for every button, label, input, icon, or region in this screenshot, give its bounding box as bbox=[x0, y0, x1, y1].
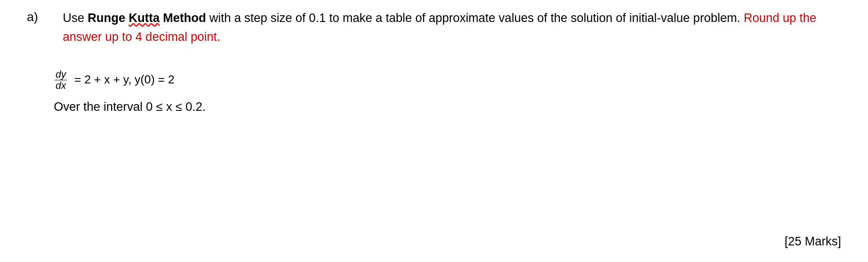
intro-part2: with a step size of 0.1 to make a table … bbox=[206, 11, 741, 25]
interval-text: Over the interval 0 ≤ x ≤ 0.2. bbox=[54, 100, 841, 114]
page-container: a) Use Runge Kutta Method with a step si… bbox=[0, 0, 868, 262]
question-label: a) bbox=[27, 9, 63, 24]
marks-block: [25 Marks] bbox=[785, 235, 841, 249]
bold-method: Method bbox=[160, 11, 206, 25]
bold-runge: Runge bbox=[88, 11, 129, 25]
numerator: dy bbox=[55, 69, 67, 80]
denominator: dx bbox=[55, 80, 67, 91]
bold-kutta: Kutta bbox=[129, 11, 160, 25]
dy-dx-fraction: dy dx bbox=[55, 69, 67, 91]
equation-rhs: = 2 + x + y, y(0) = 2 bbox=[71, 72, 174, 86]
math-block: dy dx = 2 + x + y, y(0) = 2 bbox=[54, 69, 841, 91]
intro-part1: Use bbox=[63, 11, 88, 25]
question-block: a) Use Runge Kutta Method with a step si… bbox=[27, 9, 841, 47]
question-content: Use Runge Kutta Method with a step size … bbox=[63, 9, 841, 47]
intro-text: Use Runge Kutta Method with a step size … bbox=[63, 11, 816, 44]
